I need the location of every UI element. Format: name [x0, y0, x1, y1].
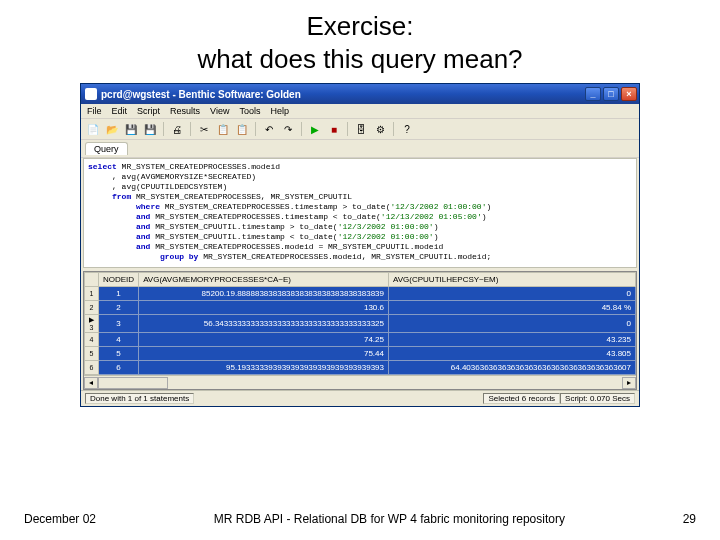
results-grid[interactable]: NODEID AVG(AVGMEMORYPROCESSES*CA~E) AVG(…: [83, 271, 637, 390]
cell[interactable]: 6: [99, 361, 139, 375]
cell[interactable]: 4: [99, 333, 139, 347]
sql-text: ): [482, 212, 487, 221]
app-icon: [85, 88, 97, 100]
cell[interactable]: 43.235: [389, 333, 636, 347]
sql-kw: and: [88, 232, 155, 241]
paste-icon[interactable]: 📋: [234, 121, 250, 137]
execute-icon[interactable]: ▶: [307, 121, 323, 137]
minimize-button[interactable]: _: [585, 87, 601, 101]
undo-icon[interactable]: ↶: [261, 121, 277, 137]
status-records: Selected 6 records: [483, 393, 560, 404]
table-row[interactable]: 4474.2543.235: [85, 333, 636, 347]
scroll-left-button[interactable]: ◂: [84, 377, 98, 389]
cell[interactable]: 95.193333393939393939393939393939393: [139, 361, 389, 375]
query-tabs-row: Query: [81, 140, 639, 158]
save-all-icon[interactable]: 💾: [142, 121, 158, 137]
table-row[interactable]: 1185200.19.88888383838383838383838383838…: [85, 287, 636, 301]
col-avgmem[interactable]: AVG(AVGMEMORYPROCESSES*CA~E): [139, 273, 389, 287]
cell[interactable]: 0: [389, 287, 636, 301]
cell[interactable]: 56.3433333333333333333333333333333333332…: [139, 315, 389, 333]
scroll-thumb[interactable]: [98, 377, 168, 389]
cell[interactable]: 64.4036363636363636363636363636363636360…: [389, 361, 636, 375]
footer-date: December 02: [24, 512, 96, 526]
open-icon[interactable]: 📂: [104, 121, 120, 137]
cell[interactable]: 1: [99, 287, 139, 301]
close-button[interactable]: ×: [621, 87, 637, 101]
menu-tools[interactable]: Tools: [239, 106, 260, 116]
results-table: NODEID AVG(AVGMEMORYPROCESSES*CA~E) AVG(…: [84, 272, 636, 375]
cell[interactable]: 75.44: [139, 347, 389, 361]
row-indicator: 4: [85, 333, 99, 347]
options-icon[interactable]: ⚙: [372, 121, 388, 137]
sql-text: MR_SYSTEM_CREATEDPROCESSES.modeid: [122, 162, 280, 171]
window-title: pcrd@wgstest - Benthic Software: Golden: [101, 89, 585, 100]
cut-icon[interactable]: ✂: [196, 121, 212, 137]
print-icon[interactable]: 🖨: [169, 121, 185, 137]
sql-text: MR_SYSTEM_CPUUTIL.timestamp > to_date(: [155, 222, 337, 231]
menu-file[interactable]: File: [87, 106, 102, 116]
window-controls: _ □ ×: [585, 87, 637, 101]
footer-pagenum: 29: [683, 512, 696, 526]
row-indicator: 6: [85, 361, 99, 375]
toolbar-separator: [301, 122, 302, 136]
cell[interactable]: 5: [99, 347, 139, 361]
table-row[interactable]: 6695.19333339393939393939393939393939364…: [85, 361, 636, 375]
menu-help[interactable]: Help: [270, 106, 289, 116]
menu-view[interactable]: View: [210, 106, 229, 116]
cell[interactable]: 43.805: [389, 347, 636, 361]
query-tab[interactable]: Query: [85, 142, 128, 155]
scroll-right-button[interactable]: ▸: [622, 377, 636, 389]
cell[interactable]: 85200.19.8888838383838383838383838383838…: [139, 287, 389, 301]
menu-script[interactable]: Script: [137, 106, 160, 116]
toolbar-separator: [190, 122, 191, 136]
sql-kw: where: [88, 202, 165, 211]
copy-icon[interactable]: 📋: [215, 121, 231, 137]
row-indicator: ▶ 3: [85, 315, 99, 333]
titlebar[interactable]: pcrd@wgstest - Benthic Software: Golden …: [81, 84, 639, 104]
corner-cell[interactable]: [85, 273, 99, 287]
sql-kw: and: [88, 222, 155, 231]
cell[interactable]: 3: [99, 315, 139, 333]
table-row[interactable]: 22130.645.84 %: [85, 301, 636, 315]
sql-text: MR_SYSTEM_CREATEDPROCESSES.modeid, MR_SY…: [203, 252, 491, 261]
db-icon[interactable]: 🗄: [353, 121, 369, 137]
toolbar: 📄 📂 💾 💾 🖨 ✂ 📋 📋 ↶ ↷ ▶ ■ 🗄 ⚙ ?: [81, 119, 639, 140]
toolbar-separator: [347, 122, 348, 136]
cell[interactable]: 74.25: [139, 333, 389, 347]
table-row[interactable]: 5575.4443.805: [85, 347, 636, 361]
row-indicator: 1: [85, 287, 99, 301]
redo-icon[interactable]: ↷: [280, 121, 296, 137]
sql-text: MR_SYSTEM_CREATEDPROCESSES.timestamp > t…: [165, 202, 391, 211]
title-line2: what does this query mean?: [197, 44, 522, 74]
cell[interactable]: 0: [389, 315, 636, 333]
cell[interactable]: 130.6: [139, 301, 389, 315]
sql-kw: and: [88, 242, 155, 251]
table-row[interactable]: ▶ 3356.343333333333333333333333333333333…: [85, 315, 636, 333]
menu-results[interactable]: Results: [170, 106, 200, 116]
stop-icon[interactable]: ■: [326, 121, 342, 137]
slide-footer: December 02 MR RDB API - Relational DB f…: [0, 512, 720, 526]
help-icon[interactable]: ?: [399, 121, 415, 137]
status-timing: Script: 0.070 Secs: [560, 393, 635, 404]
cell[interactable]: 45.84 %: [389, 301, 636, 315]
toolbar-separator: [255, 122, 256, 136]
sql-text: MR_SYSTEM_CREATEDPROCESSES.timestamp < t…: [155, 212, 381, 221]
save-icon[interactable]: 💾: [123, 121, 139, 137]
maximize-button[interactable]: □: [603, 87, 619, 101]
app-window: pcrd@wgstest - Benthic Software: Golden …: [80, 83, 640, 407]
sql-editor[interactable]: select MR_SYSTEM_CREATEDPROCESSES.modeid…: [83, 158, 637, 268]
col-nodeid[interactable]: NODEID: [99, 273, 139, 287]
header-row: NODEID AVG(AVGMEMORYPROCESSES*CA~E) AVG(…: [85, 273, 636, 287]
footer-title: MR RDB API - Relational DB for WP 4 fabr…: [214, 512, 565, 526]
row-indicator: 2: [85, 301, 99, 315]
menu-edit[interactable]: Edit: [112, 106, 128, 116]
cell[interactable]: 2: [99, 301, 139, 315]
sql-str: '12/3/2002 01:00:00': [338, 232, 434, 241]
horizontal-scrollbar[interactable]: ◂ ▸: [84, 375, 636, 389]
sql-text: ): [434, 222, 439, 231]
sql-str: '12/13/2002 01:05:00': [381, 212, 482, 221]
col-avgcpu[interactable]: AVG(CPUUTILHEPCSY~EM): [389, 273, 636, 287]
sql-text: MR_SYSTEM_CREATEDPROCESSES, MR_SYSTEM_CP…: [136, 192, 352, 201]
title-line1: Exercise:: [307, 11, 414, 41]
new-icon[interactable]: 📄: [85, 121, 101, 137]
